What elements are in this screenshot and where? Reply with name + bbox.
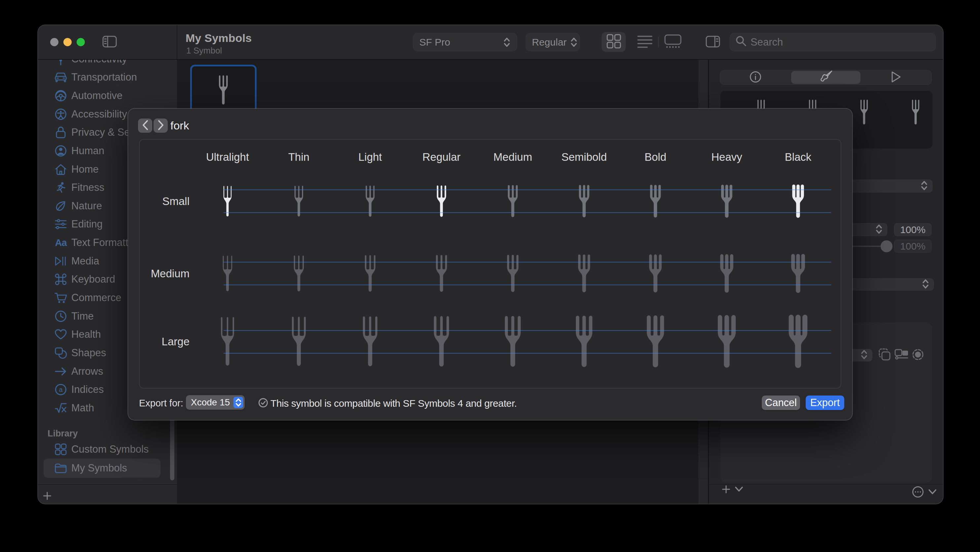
sidebar-item-custom-symbols[interactable]: Custom Symbols bbox=[38, 440, 177, 458]
weight-popup-value: Regular bbox=[532, 37, 566, 48]
fork-variant-medium-semibold[interactable] bbox=[578, 254, 590, 293]
house-icon bbox=[54, 163, 67, 176]
fork-variant-large-black[interactable] bbox=[789, 314, 807, 369]
fork-variant-large-bold[interactable] bbox=[647, 315, 664, 369]
weight-header-medium: Medium bbox=[493, 151, 532, 164]
fork-variant-large-semibold[interactable] bbox=[576, 315, 592, 368]
minimize-button[interactable] bbox=[64, 38, 72, 46]
fork-variant-large-regular[interactable] bbox=[434, 316, 449, 368]
inspector-bottom-separator bbox=[709, 484, 943, 485]
sidebar-item-label: Editing bbox=[71, 218, 103, 230]
erase-layer-button[interactable] bbox=[912, 348, 924, 362]
stepper-icon bbox=[234, 397, 243, 408]
inspector-toggle-button[interactable] bbox=[706, 36, 720, 49]
view-list-button[interactable] bbox=[633, 32, 657, 52]
fork-variant-small-black[interactable] bbox=[792, 184, 804, 218]
add-library-button[interactable] bbox=[40, 489, 54, 504]
opacity-slider-knob[interactable] bbox=[881, 240, 892, 252]
font-popup[interactable]: SF Pro bbox=[413, 33, 517, 51]
text-format-icon: Aa bbox=[54, 236, 67, 249]
forward-button[interactable] bbox=[154, 119, 168, 133]
fork-variant-large-light[interactable] bbox=[363, 316, 377, 368]
weight-popup[interactable]: Regular bbox=[526, 33, 580, 51]
leaf-icon bbox=[54, 200, 67, 212]
sidebar-item-label: Media bbox=[71, 255, 99, 267]
steering-wheel-icon bbox=[54, 89, 67, 102]
size-label-medium: Medium bbox=[151, 267, 189, 280]
fork-variant-large-ultralight[interactable] bbox=[221, 317, 234, 367]
heart-icon bbox=[54, 328, 67, 341]
sidebar-item-label: Math bbox=[71, 402, 94, 414]
fork-variant-medium-ultralight[interactable] bbox=[223, 255, 232, 292]
sidebar-item-transportation[interactable]: Transportation bbox=[38, 68, 177, 86]
search-icon bbox=[735, 35, 746, 49]
fork-variant-large-heavy[interactable] bbox=[718, 314, 736, 369]
back-button[interactable] bbox=[138, 119, 152, 133]
sidebar-scrollbar[interactable] bbox=[170, 418, 174, 480]
opacity-value: 100% bbox=[900, 241, 926, 252]
fork-variant-medium-black[interactable] bbox=[791, 253, 805, 294]
folder-icon bbox=[54, 462, 67, 474]
fork-variant-medium-medium[interactable] bbox=[507, 254, 519, 293]
fork-variant-medium-light[interactable] bbox=[365, 255, 375, 293]
search-field[interactable]: Search bbox=[730, 33, 936, 51]
weight-header-regular: Regular bbox=[422, 151, 461, 164]
tab-animate[interactable] bbox=[862, 71, 931, 84]
more-options-button[interactable] bbox=[912, 486, 937, 500]
export-for-label: Export for: bbox=[139, 398, 183, 409]
zoom-field[interactable]: 100% bbox=[894, 223, 931, 236]
sidebar-item-label: Keyboard bbox=[71, 274, 115, 285]
cancel-button[interactable]: Cancel bbox=[762, 396, 800, 410]
fork-variant-medium-heavy[interactable] bbox=[720, 253, 733, 293]
dialog-symbol-name: fork bbox=[170, 119, 189, 133]
copy-layers-button[interactable] bbox=[878, 348, 891, 362]
sidebar-toggle-button[interactable] bbox=[102, 36, 117, 49]
sidebar-item-label: Arrows bbox=[71, 366, 103, 377]
inspector-tabs bbox=[720, 70, 932, 85]
fork-variant-medium-bold[interactable] bbox=[649, 254, 662, 293]
view-gallery-button[interactable] bbox=[661, 32, 685, 52]
sidebar-item-label: Time bbox=[71, 310, 94, 322]
sidebar-item-my-symbols[interactable]: My Symbols bbox=[38, 459, 177, 477]
sidebar-item-automotive[interactable]: Automotive bbox=[38, 86, 177, 105]
stepper-icon bbox=[500, 37, 511, 48]
dashed-circle-icon bbox=[912, 356, 924, 362]
cart-icon bbox=[54, 291, 67, 304]
list-view-icon bbox=[637, 35, 652, 49]
fork-variant-large-thin[interactable] bbox=[292, 316, 306, 367]
baseline-large bbox=[224, 353, 831, 353]
capline-large bbox=[224, 330, 831, 331]
zoom-button[interactable] bbox=[76, 38, 85, 46]
sidebar-item-label: Human bbox=[71, 145, 104, 157]
sidebar-item-label: Commerce bbox=[71, 292, 121, 304]
tab-paint[interactable] bbox=[791, 71, 860, 84]
close-button[interactable] bbox=[50, 38, 59, 46]
grid-view-icon bbox=[606, 34, 621, 50]
toolbar-divider bbox=[658, 37, 659, 47]
compatibility-check bbox=[258, 398, 268, 409]
sidebar-item-label: Transportation bbox=[71, 71, 137, 83]
attach-layer-button[interactable] bbox=[894, 348, 909, 361]
export-button[interactable]: Export bbox=[806, 396, 844, 410]
clock-icon bbox=[54, 310, 67, 323]
index-circle-icon: a bbox=[54, 383, 67, 396]
fork-variant-medium-regular[interactable] bbox=[436, 255, 447, 293]
chevron-left-icon bbox=[142, 119, 149, 132]
stepper-icon bbox=[920, 180, 928, 192]
capline-small bbox=[224, 189, 831, 190]
opacity-field[interactable]: 100% bbox=[894, 240, 931, 253]
tab-info[interactable] bbox=[721, 71, 790, 84]
weight-header-light: Light bbox=[358, 151, 382, 164]
weight-header-semibold: Semibold bbox=[561, 151, 607, 164]
fork-variant-large-medium[interactable] bbox=[505, 315, 521, 368]
fork-variant-medium-thin[interactable] bbox=[294, 255, 304, 292]
sidebar-item-connectivity[interactable]: Connectivity bbox=[38, 60, 177, 68]
add-variant-button[interactable] bbox=[722, 485, 743, 495]
export-target-popup[interactable]: Xcode 15 bbox=[186, 395, 245, 410]
plus-icon bbox=[722, 485, 730, 495]
connectivity-icon bbox=[54, 60, 67, 65]
view-grid-button[interactable] bbox=[601, 32, 626, 52]
desktop: My Symbols 1 Symbol SF Pro Regular Searc… bbox=[0, 0, 980, 552]
sidebar-item-label: Home bbox=[71, 164, 99, 175]
stepper-icon bbox=[921, 278, 929, 291]
